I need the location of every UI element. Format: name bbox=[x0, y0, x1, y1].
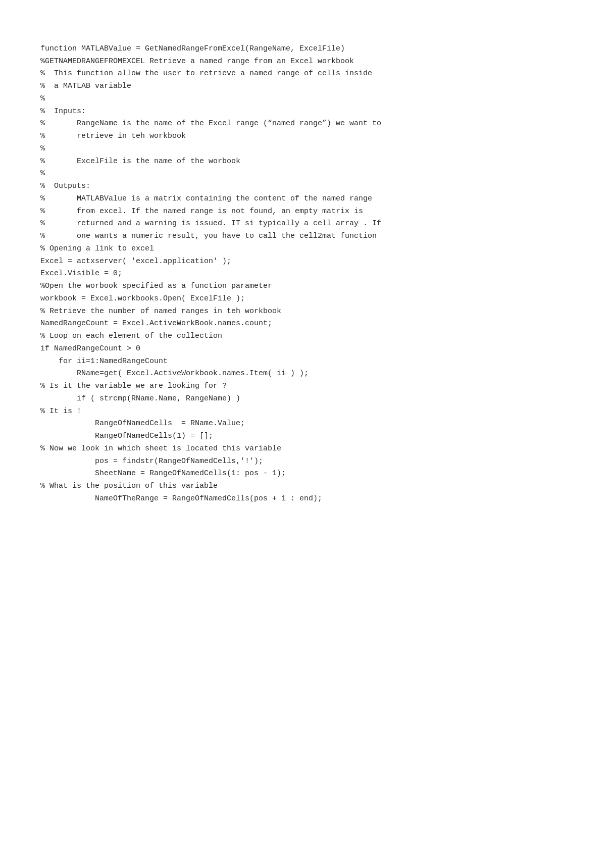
code-line: RangeOfNamedCells = RName.Value; bbox=[40, 418, 573, 430]
code-line: % a MATLAB variable bbox=[40, 80, 573, 93]
code-line: % Retrieve the number of named ranges in… bbox=[40, 305, 573, 318]
code-line: function MATLABValue = GetNamedRangeFrom… bbox=[40, 43, 573, 56]
code-line: % Is it the variable we are looking for … bbox=[40, 380, 573, 393]
code-line: RName=get( Excel.ActiveWorkbook.names.It… bbox=[40, 368, 573, 380]
code-line: % It is ! bbox=[40, 405, 573, 418]
code-line: %GETNAMEDRANGEFROMEXCEL Retrieve a named… bbox=[40, 56, 573, 68]
code-line: %Open the worbook specified as a functio… bbox=[40, 280, 573, 293]
code-line: % What is the position of this variable bbox=[40, 480, 573, 493]
code-line: % bbox=[40, 168, 573, 180]
code-line: Excel.Visible = 0; bbox=[40, 268, 573, 280]
code-line: % Now we look in which sheet is located … bbox=[40, 443, 573, 455]
code-line: % from excel. If the named range is not … bbox=[40, 206, 573, 218]
code-line: workbook = Excel.workbooks.Open( ExcelFi… bbox=[40, 293, 573, 305]
code-container: function MATLABValue = GetNamedRangeFrom… bbox=[40, 30, 573, 505]
code-line: % retrieve in teh workbook bbox=[40, 130, 573, 143]
code-line: NamedRangeCount = Excel.ActiveWorkBook.n… bbox=[40, 318, 573, 330]
code-line: NameOfTheRange = RangeOfNamedCells(pos +… bbox=[40, 493, 573, 505]
code-line: if NamedRangeCount > 0 bbox=[40, 343, 573, 355]
code-line: % ExcelFile is the name of the worbook bbox=[40, 156, 573, 168]
code-line: RangeOfNamedCells(1) = []; bbox=[40, 430, 573, 443]
code-line: % Opening a link to excel bbox=[40, 243, 573, 256]
code-line: Excel = actxserver( 'excel.application' … bbox=[40, 256, 573, 268]
code-line: % bbox=[40, 143, 573, 156]
code-line: for ii=1:NamedRangeCount bbox=[40, 355, 573, 368]
code-line: % returned and a warning is issued. IT s… bbox=[40, 218, 573, 230]
code-line: % MATLABValue is a matrix containing the… bbox=[40, 193, 573, 206]
code-line: % one wants a numeric result, you have t… bbox=[40, 230, 573, 243]
code-line: % This function allow the user to retrie… bbox=[40, 68, 573, 80]
code-line: % Outputs: bbox=[40, 180, 573, 193]
code-line: SheetName = RangeOfNamedCells(1: pos - 1… bbox=[40, 468, 573, 480]
code-line: if ( strcmp(RName.Name, RangeName) ) bbox=[40, 393, 573, 405]
code-line: % RangeName is the name of the Excel ran… bbox=[40, 118, 573, 130]
code-line: % Inputs: bbox=[40, 106, 573, 118]
code-line: pos = findstr(RangeOfNamedCells,'!'); bbox=[40, 455, 573, 468]
code-line: % bbox=[40, 93, 573, 106]
code-line: % Loop on each element of the collection bbox=[40, 330, 573, 343]
